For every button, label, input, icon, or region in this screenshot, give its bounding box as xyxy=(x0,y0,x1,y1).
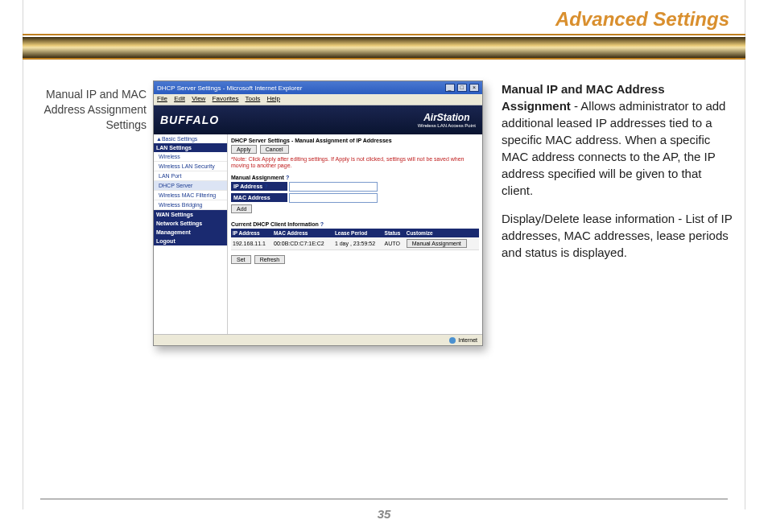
sidebar-item-wireless-security[interactable]: Wireless LAN Security xyxy=(154,162,227,171)
footer-rule xyxy=(40,498,728,500)
sidebar: ▲Basic Settings LAN Settings Wireless Wi… xyxy=(154,134,228,336)
mac-address-input[interactable] xyxy=(289,193,378,203)
col-customize: Customize xyxy=(405,229,479,237)
brand-logo-right: AirStation Wireless LAN Access Point xyxy=(418,112,476,128)
figure-caption: Manual IP and MAC Address Assignment Set… xyxy=(32,80,153,484)
brand-bar: BUFFALO AirStation Wireless LAN Access P… xyxy=(154,105,482,134)
mac-address-label: MAC Address xyxy=(231,193,287,202)
menu-favorites[interactable]: Favorites xyxy=(213,95,239,102)
menu-file[interactable]: File xyxy=(157,95,167,102)
help-icon[interactable]: ? xyxy=(320,221,324,227)
apply-button[interactable]: Apply xyxy=(231,145,257,154)
cell-ip: 192.168.11.1 xyxy=(231,237,272,250)
note-text: *Note: Click Apply after editing setting… xyxy=(231,156,479,170)
menu-tools[interactable]: Tools xyxy=(246,95,261,102)
description-column: Manual IP and MAC Address Assignment - A… xyxy=(487,80,736,484)
col-mac: MAC Address xyxy=(272,229,333,237)
brand-name: AirStation xyxy=(423,112,469,123)
page-number: 35 xyxy=(0,507,768,521)
internet-zone-icon xyxy=(449,337,456,344)
sidebar-header-lan[interactable]: LAN Settings xyxy=(154,143,227,152)
sidebar-item-wireless-bridging[interactable]: Wireless Bridging xyxy=(154,200,227,210)
cell-lease: 1 day , 23:59:52 xyxy=(333,237,383,250)
breadcrumb: DHCP Server Settings - Manual Assignment… xyxy=(231,138,479,143)
description-paragraph-2: Display/Delete lease information - List … xyxy=(502,210,736,261)
sidebar-item-dhcp-server[interactable]: DHCP Server xyxy=(154,181,227,191)
manual-assignment-button[interactable]: Manual Assignment xyxy=(407,239,467,248)
status-bar: Internet xyxy=(154,334,482,345)
sidebar-header-network[interactable]: Network Settings xyxy=(154,219,227,228)
screenshot-column: DHCP Server Settings - Microsoft Interne… xyxy=(153,80,487,484)
col-lease: Lease Period xyxy=(333,229,383,237)
add-button[interactable]: Add xyxy=(231,204,252,213)
window-menubar: File Edit View Favorites Tools Help xyxy=(154,94,482,105)
cancel-button[interactable]: Cancel xyxy=(260,145,289,154)
sidebar-header-management[interactable]: Management xyxy=(154,228,227,237)
refresh-button[interactable]: Refresh xyxy=(254,255,286,264)
brand-logo-left: BUFFALO xyxy=(160,113,219,126)
page-title: Advanced Settings xyxy=(23,8,745,35)
cell-status: AUTO xyxy=(383,237,405,250)
ip-address-input[interactable] xyxy=(289,182,378,192)
table-row: 192.168.11.1 00:0B:CD:C7:1E:C2 1 day , 2… xyxy=(231,237,479,250)
minimize-icon[interactable]: _ xyxy=(445,84,455,92)
menu-help[interactable]: Help xyxy=(267,95,280,102)
menu-view[interactable]: View xyxy=(192,95,205,102)
sidebar-item-lan-port[interactable]: LAN Port xyxy=(154,171,227,181)
window-controls: _ □ × xyxy=(444,84,479,92)
menu-edit[interactable]: Edit xyxy=(174,95,185,102)
sidebar-header-wan[interactable]: WAN Settings xyxy=(154,210,227,219)
cell-customize: Manual Assignment xyxy=(405,237,479,250)
content-area: Manual IP and MAC Address Assignment Set… xyxy=(32,80,736,484)
table-header-row: IP Address MAC Address Lease Period Stat… xyxy=(231,229,479,237)
window-title-text: DHCP Server Settings - Microsoft Interne… xyxy=(157,85,302,92)
sidebar-header-logout[interactable]: Logout xyxy=(154,237,227,245)
decorative-band xyxy=(23,37,745,60)
embedded-screenshot: DHCP Server Settings - Microsoft Interne… xyxy=(153,80,483,346)
maximize-icon[interactable]: □ xyxy=(457,84,467,92)
app-body: ▲Basic Settings LAN Settings Wireless Wi… xyxy=(154,134,482,336)
col-ip: IP Address xyxy=(231,229,272,237)
description-text-1: - Allows administrator to add additional… xyxy=(502,99,725,197)
sidebar-item-mac-filtering[interactable]: Wireless MAC Filtering xyxy=(154,191,227,200)
cell-mac: 00:0B:CD:C7:1E:C2 xyxy=(272,237,333,250)
sidebar-basic-settings[interactable]: ▲Basic Settings xyxy=(154,134,227,143)
close-icon[interactable]: × xyxy=(469,84,479,92)
window-titlebar: DHCP Server Settings - Microsoft Interne… xyxy=(154,81,482,94)
ip-address-label: IP Address? xyxy=(231,182,287,191)
set-button[interactable]: Set xyxy=(231,255,251,264)
client-table: IP Address MAC Address Lease Period Stat… xyxy=(231,229,479,250)
help-icon[interactable]: ? xyxy=(286,175,289,180)
help-icon[interactable]: ? xyxy=(264,184,267,189)
manual-assignment-heading: Manual Assignment? xyxy=(231,175,479,180)
description-paragraph-1: Manual IP and MAC Address Assignment - A… xyxy=(502,80,736,199)
col-status: Status xyxy=(383,229,405,237)
status-text: Internet xyxy=(458,337,477,343)
main-panel: DHCP Server Settings - Manual Assignment… xyxy=(228,134,482,336)
brand-subtitle: Wireless LAN Access Point xyxy=(418,123,476,128)
client-info-heading: Current DHCP Client Information? xyxy=(231,221,479,227)
sidebar-item-wireless[interactable]: Wireless xyxy=(154,152,227,162)
